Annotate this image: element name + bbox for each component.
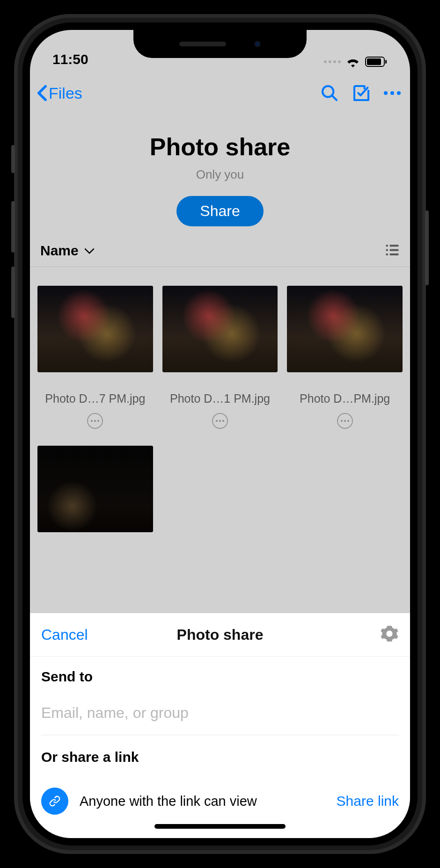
recipient-input[interactable]: Email, name, or group (41, 697, 399, 735)
cancel-button[interactable]: Cancel (41, 626, 88, 644)
settings-button[interactable] (380, 624, 399, 645)
status-time: 11:50 (52, 51, 88, 67)
search-icon[interactable] (320, 84, 339, 102)
svg-rect-5 (386, 245, 388, 246)
cellular-dots-icon (324, 60, 341, 63)
list-view-toggle[interactable] (385, 242, 400, 259)
link-permission-text[interactable]: Anyone with the link can view (80, 794, 325, 809)
sheet-title: Photo share (177, 626, 264, 644)
svg-rect-9 (386, 253, 388, 255)
photo-filename: Photo D…1 PM.jpg (162, 392, 278, 405)
send-to-label: Send to (41, 669, 399, 685)
select-checkbox-icon[interactable] (352, 84, 371, 102)
share-button[interactable]: Share (176, 196, 263, 226)
sort-button[interactable]: Name (40, 243, 95, 259)
back-label: Files (49, 84, 82, 102)
item-more-button[interactable] (212, 413, 228, 429)
svg-line-4 (332, 95, 337, 100)
item-more-button[interactable] (87, 413, 103, 429)
gear-icon (380, 624, 399, 643)
svg-rect-6 (390, 245, 399, 246)
photo-filename: Photo D…7 PM.jpg (37, 392, 153, 405)
svg-rect-8 (390, 249, 399, 251)
chevron-left-icon (37, 85, 48, 101)
photo-filename: Photo D…PM.jpg (287, 392, 403, 405)
share-link-button[interactable]: Share link (337, 793, 399, 809)
or-share-label: Or share a link (41, 749, 399, 765)
chevron-down-icon (84, 247, 95, 254)
svg-rect-7 (386, 249, 388, 251)
wifi-icon (345, 56, 360, 67)
back-button[interactable]: Files (37, 84, 82, 102)
battery-icon (365, 56, 388, 67)
photo-thumbnail (162, 286, 278, 372)
photo-thumbnail (37, 446, 153, 532)
svg-rect-1 (367, 58, 381, 65)
more-icon[interactable] (384, 91, 401, 95)
photo-item[interactable]: Photo D…1 PM.jpg (162, 286, 278, 429)
link-icon (48, 794, 62, 808)
share-sheet: Cancel Photo share Send to Email, name, … (30, 613, 410, 838)
home-indicator[interactable] (154, 824, 286, 829)
device-notch (133, 30, 307, 58)
photo-thumbnail (37, 286, 153, 372)
photo-item[interactable]: Photo D…PM.jpg (287, 286, 403, 429)
page-title: Photo share (30, 133, 410, 161)
svg-rect-10 (390, 253, 399, 255)
link-icon-badge (41, 788, 68, 815)
page-subtitle: Only you (30, 167, 410, 182)
photo-item[interactable]: Photo D…7 PM.jpg (37, 286, 153, 429)
photo-item[interactable] (37, 446, 153, 532)
sort-label: Name (40, 243, 79, 259)
item-more-button[interactable] (337, 413, 353, 429)
photo-thumbnail (287, 286, 403, 372)
svg-rect-2 (385, 60, 387, 64)
